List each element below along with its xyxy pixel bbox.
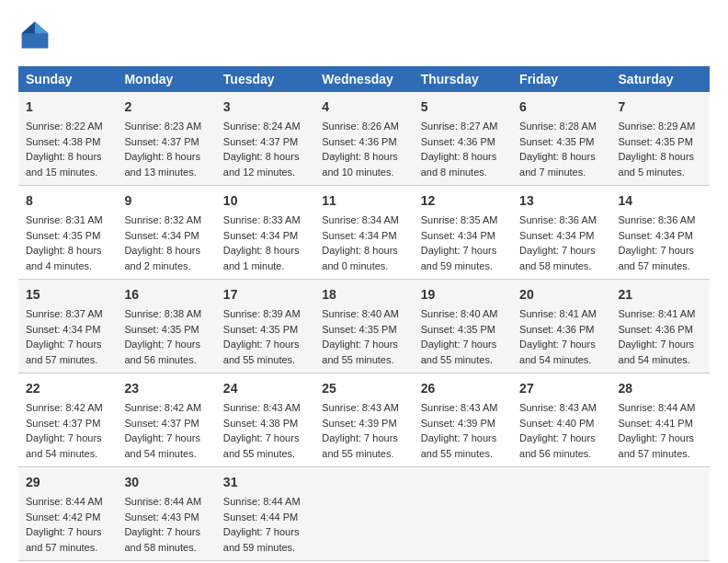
calendar-table: SundayMondayTuesdayWednesdayThursdayFrid…	[18, 66, 710, 561]
calendar-cell: 8 Sunrise: 8:31 AMSunset: 4:35 PMDayligh…	[18, 186, 117, 280]
day-info: Sunrise: 8:28 AMSunset: 4:35 PMDaylight:…	[519, 121, 597, 178]
day-number: 5	[421, 98, 505, 117]
calendar-cell: 12 Sunrise: 8:35 AMSunset: 4:34 PMDaylig…	[414, 186, 512, 280]
calendar-cell: 30 Sunrise: 8:44 AMSunset: 4:43 PMDaylig…	[117, 467, 215, 561]
day-number: 13	[519, 191, 603, 211]
calendar-cell: 22 Sunrise: 8:42 AMSunset: 4:37 PMDaylig…	[18, 373, 117, 467]
day-number: 21	[619, 285, 702, 304]
day-number: 11	[322, 191, 405, 211]
day-info: Sunrise: 8:44 AMSunset: 4:41 PMDaylight:…	[619, 402, 696, 459]
calendar-cell	[611, 467, 710, 561]
day-number: 29	[26, 473, 109, 492]
calendar-cell	[414, 467, 512, 561]
day-number: 19	[421, 285, 505, 304]
day-info: Sunrise: 8:27 AMSunset: 4:36 PMDaylight:…	[421, 121, 498, 178]
calendar-cell: 5 Sunrise: 8:27 AMSunset: 4:36 PMDayligh…	[414, 92, 512, 186]
week-row-3: 15 Sunrise: 8:37 AMSunset: 4:34 PMDaylig…	[18, 280, 710, 373]
day-number: 9	[124, 191, 208, 211]
day-info: Sunrise: 8:41 AMSunset: 4:36 PMDaylight:…	[619, 308, 696, 365]
calendar-cell: 6 Sunrise: 8:28 AMSunset: 4:35 PMDayligh…	[512, 92, 610, 186]
day-number: 31	[223, 473, 307, 492]
calendar-cell: 24 Sunrise: 8:43 AMSunset: 4:38 PMDaylig…	[216, 373, 314, 467]
calendar-cell	[512, 467, 610, 561]
calendar-cell: 11 Sunrise: 8:34 AMSunset: 4:34 PMDaylig…	[314, 186, 413, 280]
day-number: 15	[26, 285, 109, 304]
day-number: 26	[421, 379, 505, 398]
day-info: Sunrise: 8:44 AMSunset: 4:44 PMDaylight:…	[223, 496, 301, 553]
day-number: 20	[519, 285, 603, 304]
calendar-cell: 20 Sunrise: 8:41 AMSunset: 4:36 PMDaylig…	[512, 280, 610, 373]
calendar-cell: 2 Sunrise: 8:23 AMSunset: 4:37 PMDayligh…	[117, 92, 215, 186]
day-info: Sunrise: 8:36 AMSunset: 4:34 PMDaylight:…	[519, 214, 597, 271]
calendar-cell: 4 Sunrise: 8:26 AMSunset: 4:36 PMDayligh…	[314, 92, 413, 186]
header	[18, 18, 710, 52]
day-number: 16	[124, 285, 208, 304]
calendar-cell: 3 Sunrise: 8:24 AMSunset: 4:37 PMDayligh…	[216, 92, 314, 186]
day-number: 7	[619, 98, 702, 117]
day-number: 3	[223, 98, 307, 117]
logo	[18, 18, 55, 52]
day-number: 18	[322, 285, 405, 304]
calendar-cell: 23 Sunrise: 8:42 AMSunset: 4:37 PMDaylig…	[117, 373, 215, 467]
day-info: Sunrise: 8:43 AMSunset: 4:39 PMDaylight:…	[322, 402, 399, 459]
day-info: Sunrise: 8:36 AMSunset: 4:34 PMDaylight:…	[619, 214, 696, 271]
day-number: 6	[519, 98, 603, 117]
logo-icon	[18, 18, 51, 52]
day-info: Sunrise: 8:23 AMSunset: 4:37 PMDaylight:…	[124, 121, 201, 178]
calendar-cell: 13 Sunrise: 8:36 AMSunset: 4:34 PMDaylig…	[512, 186, 610, 280]
day-number: 30	[124, 473, 208, 492]
day-info: Sunrise: 8:43 AMSunset: 4:38 PMDaylight:…	[223, 402, 301, 459]
day-info: Sunrise: 8:40 AMSunset: 4:35 PMDaylight:…	[322, 308, 399, 365]
day-number: 12	[421, 191, 505, 211]
day-number: 22	[26, 379, 109, 398]
day-number: 27	[519, 379, 603, 398]
week-row-1: 1 Sunrise: 8:22 AMSunset: 4:38 PMDayligh…	[18, 92, 710, 186]
day-info: Sunrise: 8:31 AMSunset: 4:35 PMDaylight:…	[26, 214, 103, 271]
calendar-cell: 19 Sunrise: 8:40 AMSunset: 4:35 PMDaylig…	[414, 280, 512, 373]
col-header-friday: Friday	[512, 66, 610, 92]
col-header-monday: Monday	[117, 66, 215, 92]
day-info: Sunrise: 8:43 AMSunset: 4:39 PMDaylight:…	[421, 402, 498, 459]
day-number: 23	[124, 379, 208, 398]
calendar-cell: 1 Sunrise: 8:22 AMSunset: 4:38 PMDayligh…	[18, 92, 117, 186]
day-number: 17	[223, 285, 307, 304]
day-info: Sunrise: 8:44 AMSunset: 4:42 PMDaylight:…	[26, 496, 103, 553]
day-info: Sunrise: 8:26 AMSunset: 4:36 PMDaylight:…	[322, 121, 399, 178]
day-number: 4	[322, 98, 405, 117]
day-info: Sunrise: 8:35 AMSunset: 4:34 PMDaylight:…	[421, 214, 498, 271]
day-info: Sunrise: 8:32 AMSunset: 4:34 PMDaylight:…	[124, 214, 201, 271]
day-number: 8	[26, 191, 109, 211]
week-row-5: 29 Sunrise: 8:44 AMSunset: 4:42 PMDaylig…	[18, 467, 710, 561]
day-info: Sunrise: 8:39 AMSunset: 4:35 PMDaylight:…	[223, 308, 301, 365]
calendar-cell: 28 Sunrise: 8:44 AMSunset: 4:41 PMDaylig…	[611, 373, 710, 467]
day-info: Sunrise: 8:44 AMSunset: 4:43 PMDaylight:…	[124, 496, 201, 553]
calendar-cell: 29 Sunrise: 8:44 AMSunset: 4:42 PMDaylig…	[18, 467, 117, 561]
day-info: Sunrise: 8:43 AMSunset: 4:40 PMDaylight:…	[519, 402, 597, 459]
day-number: 24	[223, 379, 307, 398]
calendar-cell: 18 Sunrise: 8:40 AMSunset: 4:35 PMDaylig…	[314, 280, 413, 373]
day-info: Sunrise: 8:33 AMSunset: 4:34 PMDaylight:…	[223, 214, 301, 271]
col-header-tuesday: Tuesday	[216, 66, 314, 92]
calendar-cell: 9 Sunrise: 8:32 AMSunset: 4:34 PMDayligh…	[117, 186, 215, 280]
calendar-cell: 10 Sunrise: 8:33 AMSunset: 4:34 PMDaylig…	[216, 186, 314, 280]
col-header-saturday: Saturday	[611, 66, 710, 92]
week-row-4: 22 Sunrise: 8:42 AMSunset: 4:37 PMDaylig…	[18, 373, 710, 467]
day-info: Sunrise: 8:34 AMSunset: 4:34 PMDaylight:…	[322, 214, 399, 271]
day-number: 1	[26, 98, 109, 117]
calendar-cell	[314, 467, 413, 561]
col-header-thursday: Thursday	[414, 66, 512, 92]
svg-marker-2	[22, 22, 35, 34]
calendar-cell: 25 Sunrise: 8:43 AMSunset: 4:39 PMDaylig…	[314, 373, 413, 467]
svg-marker-1	[35, 22, 48, 34]
week-row-2: 8 Sunrise: 8:31 AMSunset: 4:35 PMDayligh…	[18, 186, 710, 280]
calendar-cell: 31 Sunrise: 8:44 AMSunset: 4:44 PMDaylig…	[216, 467, 314, 561]
day-info: Sunrise: 8:41 AMSunset: 4:36 PMDaylight:…	[519, 308, 597, 365]
day-number: 10	[223, 191, 307, 211]
day-number: 2	[124, 98, 208, 117]
day-number: 28	[619, 379, 702, 398]
day-number: 25	[322, 379, 405, 398]
calendar-cell: 21 Sunrise: 8:41 AMSunset: 4:36 PMDaylig…	[611, 280, 710, 373]
calendar-cell: 14 Sunrise: 8:36 AMSunset: 4:34 PMDaylig…	[611, 186, 710, 280]
day-info: Sunrise: 8:42 AMSunset: 4:37 PMDaylight:…	[26, 402, 103, 459]
day-info: Sunrise: 8:37 AMSunset: 4:34 PMDaylight:…	[26, 308, 103, 365]
